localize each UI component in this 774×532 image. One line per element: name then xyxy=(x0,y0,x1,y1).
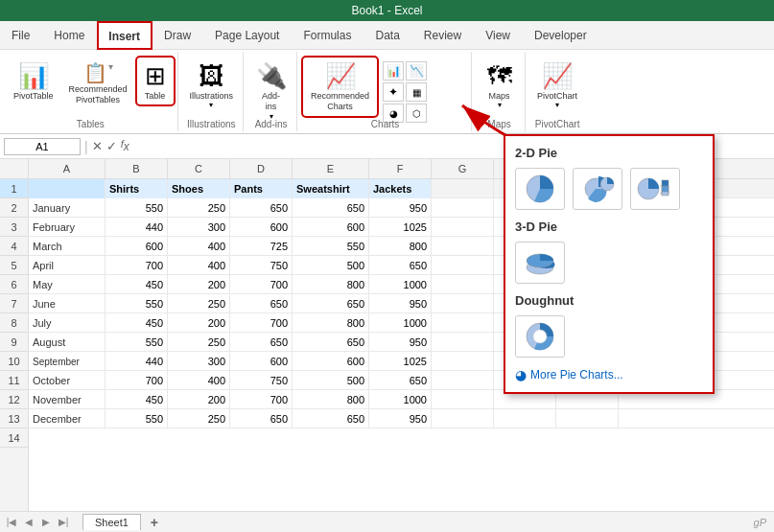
cell-a7[interactable]: June xyxy=(29,294,106,313)
cell-d10[interactable]: 600 xyxy=(230,352,293,371)
cell-e3[interactable]: 600 xyxy=(293,218,369,237)
cell-e2[interactable]: 650 xyxy=(293,198,369,218)
tab-page-layout[interactable]: Page Layout xyxy=(203,21,292,50)
row-num-13[interactable]: 13 xyxy=(0,409,28,428)
addins-button[interactable]: 🔌 Add-ins ▾ xyxy=(249,58,293,125)
cell-f2[interactable]: 950 xyxy=(369,198,432,218)
cell-g11[interactable] xyxy=(432,371,494,390)
col-header-b[interactable]: B xyxy=(106,159,168,178)
cell-g6[interactable] xyxy=(432,275,494,294)
sheet-nav-prev[interactable]: ◀ xyxy=(21,515,36,530)
cell-b7[interactable]: 550 xyxy=(106,294,168,313)
cell-b6[interactable]: 450 xyxy=(106,275,168,294)
cell-c11[interactable]: 400 xyxy=(168,371,230,390)
chart-scatter-icon[interactable]: ✦ xyxy=(383,82,404,102)
chart-area-icon[interactable]: ▦ xyxy=(406,82,427,102)
cell-e4[interactable]: 550 xyxy=(293,237,369,256)
tab-file[interactable]: File xyxy=(0,21,42,50)
cell-f3[interactable]: 1025 xyxy=(369,218,432,237)
row-num-11[interactable]: 11 xyxy=(0,371,28,390)
cell-d4[interactable]: 725 xyxy=(230,237,293,256)
more-pie-charts-link[interactable]: ◕ More Pie Charts... xyxy=(515,367,703,382)
row-num-7[interactable]: 7 xyxy=(0,294,28,313)
table-button[interactable]: ⊞ Table xyxy=(137,58,174,104)
cell-f7[interactable]: 950 xyxy=(369,294,432,313)
cell-g12[interactable] xyxy=(432,390,494,409)
cell-f5[interactable]: 650 xyxy=(369,256,432,275)
pie-3d-button[interactable] xyxy=(515,242,565,284)
cell-d13[interactable]: 650 xyxy=(230,409,293,428)
pie-bar-button[interactable] xyxy=(630,168,680,210)
cell-c3[interactable]: 300 xyxy=(168,218,230,237)
col-header-g[interactable]: G xyxy=(432,159,494,178)
cell-c10[interactable]: 300 xyxy=(168,352,230,371)
recommended-pivot-button[interactable]: 📋▾ RecommendedPivotTables xyxy=(63,58,133,109)
row-num-12[interactable]: 12 xyxy=(0,390,28,409)
cell-b8[interactable]: 450 xyxy=(106,313,168,333)
row-num-14[interactable]: 14 xyxy=(0,428,28,448)
cell-c5[interactable]: 400 xyxy=(168,256,230,275)
cell-c2[interactable]: 250 xyxy=(168,198,230,218)
add-sheet-button[interactable]: + xyxy=(145,515,164,530)
cell-g8[interactable] xyxy=(432,313,494,333)
tab-developer[interactable]: Developer xyxy=(523,21,599,50)
cell-e5[interactable]: 500 xyxy=(293,256,369,275)
confirm-icon[interactable]: ✓ xyxy=(106,139,117,153)
cell-b12[interactable]: 450 xyxy=(106,390,168,409)
cell-d5[interactable]: 750 xyxy=(230,256,293,275)
cell-c6[interactable]: 200 xyxy=(168,275,230,294)
col-header-e[interactable]: E xyxy=(293,159,369,178)
cell-e7[interactable]: 650 xyxy=(293,294,369,313)
tab-review[interactable]: Review xyxy=(412,21,474,50)
cell-b4[interactable]: 600 xyxy=(106,237,168,256)
cell-d7[interactable]: 650 xyxy=(230,294,293,313)
cell-a11[interactable]: October xyxy=(29,371,106,390)
sheet-nav-first[interactable]: |◀ xyxy=(4,515,19,530)
cell-f11[interactable]: 650 xyxy=(369,371,432,390)
doughnut-button[interactable] xyxy=(515,315,565,358)
cell-f1[interactable]: Jackets xyxy=(369,179,432,198)
cell-d9[interactable]: 650 xyxy=(230,333,293,352)
tab-draw[interactable]: Draw xyxy=(152,21,203,50)
cell-a12[interactable]: November xyxy=(29,390,106,409)
cell-a4[interactable]: March xyxy=(29,237,106,256)
row-num-6[interactable]: 6 xyxy=(0,275,28,294)
cell-c7[interactable]: 250 xyxy=(168,294,230,313)
cell-b1[interactable]: Shirts xyxy=(106,179,168,198)
cell-b11[interactable]: 700 xyxy=(106,371,168,390)
cell-c12[interactable]: 200 xyxy=(168,390,230,409)
cell-f6[interactable]: 1000 xyxy=(369,275,432,294)
cell-e8[interactable]: 800 xyxy=(293,313,369,333)
cell-b3[interactable]: 440 xyxy=(106,218,168,237)
cell-e9[interactable]: 650 xyxy=(293,333,369,352)
cell-d6[interactable]: 700 xyxy=(230,275,293,294)
cell-a3[interactable]: February xyxy=(29,218,106,237)
row-num-3[interactable]: 3 xyxy=(0,218,28,237)
cell-f9[interactable]: 950 xyxy=(369,333,432,352)
cell-a8[interactable]: July xyxy=(29,313,106,333)
row-num-4[interactable]: 4 xyxy=(0,237,28,256)
cell-e1[interactable]: Sweatshirt xyxy=(293,179,369,198)
cell-g13[interactable] xyxy=(432,409,494,428)
tab-view[interactable]: View xyxy=(474,21,523,50)
pie-basic-button[interactable] xyxy=(515,168,565,210)
cell-e13[interactable]: 650 xyxy=(293,409,369,428)
tab-data[interactable]: Data xyxy=(364,21,411,50)
row-num-9[interactable]: 9 xyxy=(0,333,28,352)
cell-d2[interactable]: 650 xyxy=(230,198,293,218)
col-header-c[interactable]: C xyxy=(168,159,230,178)
cell-a13[interactable]: December xyxy=(29,409,106,428)
cell-a2[interactable]: January xyxy=(29,198,106,218)
sheet-nav-next[interactable]: ▶ xyxy=(38,515,54,530)
cell-c8[interactable]: 200 xyxy=(168,313,230,333)
cell-f10[interactable]: 1025 xyxy=(369,352,432,371)
cell-g4[interactable] xyxy=(432,237,494,256)
tab-home[interactable]: Home xyxy=(42,21,97,50)
cell-f13[interactable]: 950 xyxy=(369,409,432,428)
pie-exploded-button[interactable] xyxy=(573,168,622,210)
cell-e11[interactable]: 500 xyxy=(293,371,369,390)
cell-c9[interactable]: 250 xyxy=(168,333,230,352)
cell-b2[interactable]: 550 xyxy=(106,198,168,218)
cell-g1[interactable] xyxy=(432,179,494,198)
pivot-table-button[interactable]: 📊 PivotTable xyxy=(8,58,59,104)
